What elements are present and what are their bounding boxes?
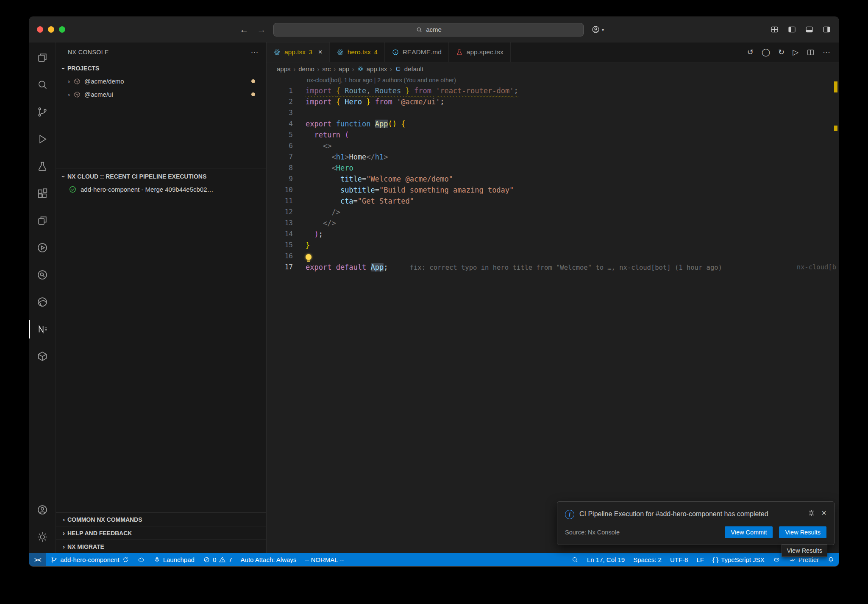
quick-fix-lightbulb-icon[interactable] [306, 254, 312, 260]
line-number[interactable]: 13 [267, 218, 293, 229]
view-commit-button[interactable]: View Commit [725, 526, 773, 538]
close-icon[interactable]: × [821, 509, 826, 517]
explorer-icon[interactable] [29, 44, 56, 71]
breadcrumb-item[interactable]: default [404, 65, 423, 73]
testing-icon[interactable] [29, 153, 56, 180]
line-number[interactable]: 1 [267, 85, 293, 96]
code-line[interactable]: 6 <> [267, 140, 839, 151]
line-number[interactable]: 11 [267, 196, 293, 207]
run-debug-icon[interactable] [29, 126, 56, 153]
line-number[interactable]: 12 [267, 207, 293, 218]
minimize-window-button[interactable] [48, 26, 54, 33]
blame-annotation[interactable]: nx-cloud[bot], 1 hour ago | 2 authors (Y… [307, 76, 839, 85]
tab-app-spec-tsx[interactable]: app.spec.tsx [449, 42, 511, 62]
line-number[interactable]: 6 [267, 140, 293, 151]
code-line[interactable]: 8 <Hero [267, 162, 839, 173]
back-icon[interactable]: ← [239, 25, 248, 35]
settings-gear-icon[interactable] [29, 523, 56, 551]
problems-status[interactable]: 0 7 [199, 553, 236, 566]
run-file-icon[interactable]: ▷ [793, 48, 798, 57]
more-actions-icon[interactable]: ⋯ [251, 48, 259, 57]
help-and-feedback-section[interactable]: › HELP AND FEEDBACK [56, 526, 266, 540]
code-line[interactable]: 7 <h1>Home</h1> [267, 151, 839, 162]
code-line[interactable]: 9 title="Welcome @acme/demo" [267, 173, 839, 185]
breadcrumb-item[interactable]: demo [298, 65, 314, 73]
breakpoint-icon[interactable]: ◯ [762, 48, 770, 57]
project-item-acme-demo[interactable]: › @acme/demo [56, 75, 266, 88]
notification-settings-gear-icon[interactable] [807, 509, 815, 517]
toggle-panel-icon[interactable] [805, 25, 814, 34]
breadcrumb-item[interactable]: app.tsx [367, 65, 387, 73]
edge-browser-icon[interactable] [29, 288, 56, 316]
code-line[interactable]: 15} [267, 240, 839, 251]
line-number[interactable]: 16 [267, 251, 293, 262]
pipeline-execution-item[interactable]: add-hero-component - Merge 409b44e5cb02… [56, 183, 266, 196]
close-icon[interactable]: × [318, 48, 323, 56]
project-item-acme-ui[interactable]: › @acme/ui [56, 88, 266, 101]
git-branch-status[interactable]: add-hero-component [46, 553, 133, 566]
common-nx-commands-section[interactable]: › COMMON NX COMMANDS [56, 512, 266, 526]
code-line[interactable]: 16 [267, 251, 839, 262]
screencast-zoom-status[interactable] [567, 553, 583, 566]
auto-attach-status[interactable]: Auto Attach: Always [236, 553, 301, 566]
containers-icon[interactable] [29, 343, 56, 370]
source-control-icon[interactable] [29, 98, 56, 126]
run-circle-icon[interactable] [29, 234, 56, 261]
discard-changes-icon[interactable]: ↺ [747, 48, 754, 57]
profile-menu[interactable]: ▾ [591, 25, 604, 34]
code-line[interactable]: 4export function App() { [267, 118, 839, 129]
search-view-icon[interactable] [29, 71, 56, 98]
toggle-primary-sidebar-icon[interactable] [787, 25, 796, 34]
more-actions-icon[interactable]: ⋯ [823, 48, 830, 57]
view-results-button[interactable]: View Results [779, 526, 826, 538]
split-editor-icon[interactable] [807, 48, 815, 56]
encoding-status[interactable]: UTF-8 [666, 553, 693, 566]
rerun-icon[interactable]: ↻ [778, 48, 785, 57]
maximize-window-button[interactable] [59, 26, 65, 33]
toggle-secondary-sidebar-icon[interactable] [822, 25, 831, 34]
forward-icon[interactable]: → [257, 25, 266, 35]
tab-readme-md[interactable]: README.md [385, 42, 449, 62]
line-number[interactable]: 9 [267, 173, 293, 185]
customize-layout-icon[interactable] [770, 25, 779, 34]
line-number[interactable]: 3 [267, 107, 293, 118]
code-line[interactable]: 13 </> [267, 218, 839, 229]
breadcrumb-item[interactable]: apps [277, 65, 291, 73]
projects-section-header[interactable]: › PROJECTS [56, 62, 266, 75]
line-number[interactable]: 17 [267, 262, 293, 273]
indentation-status[interactable]: Spaces: 2 [629, 553, 666, 566]
close-window-button[interactable] [37, 26, 43, 33]
vim-mode-status[interactable]: -- NORMAL -- [300, 553, 348, 566]
nx-cloud-status[interactable] [134, 553, 149, 566]
nx-migrate-section[interactable]: › NX MIGRATE [56, 540, 266, 553]
remote-indicator[interactable]: >< [29, 553, 46, 566]
code-line[interactable]: 17export default App; fix: correct typo … [267, 262, 839, 273]
accounts-icon[interactable] [29, 496, 56, 523]
cloud-section-header[interactable]: › NX CLOUD :: RECENT CI PIPELINE EXECUTI… [56, 170, 266, 183]
line-number[interactable]: 5 [267, 129, 293, 140]
cursor-position-status[interactable]: Ln 17, Col 19 [583, 553, 629, 566]
line-number[interactable]: 4 [267, 118, 293, 129]
code-line[interactable]: 2import { Hero } from '@acme/ui'; [267, 96, 839, 107]
line-number[interactable]: 14 [267, 229, 293, 240]
language-mode-status[interactable]: { } TypeScript JSX [708, 553, 769, 566]
code-line[interactable]: 1import { Route, Routes } from 'react-ro… [267, 85, 839, 96]
code-line[interactable]: 5 return ( [267, 129, 839, 140]
extensions-icon[interactable] [29, 180, 56, 207]
code-line[interactable]: 11 cta="Get Started" [267, 196, 839, 207]
command-center-search[interactable]: acme [273, 23, 584, 36]
line-number[interactable]: 8 [267, 162, 293, 173]
eol-status[interactable]: LF [692, 553, 708, 566]
breadcrumb-item[interactable]: src [322, 65, 331, 73]
code-line[interactable]: 14 ); [267, 229, 839, 240]
code-search-icon[interactable] [29, 261, 56, 288]
code-line[interactable]: 3 [267, 107, 839, 118]
line-number[interactable]: 15 [267, 240, 293, 251]
code-editor[interactable]: nx-cloud[bot], 1 hour ago | 2 authors (Y… [267, 76, 839, 553]
line-number[interactable]: 7 [267, 151, 293, 162]
line-number[interactable]: 10 [267, 185, 293, 196]
line-number[interactable]: 2 [267, 96, 293, 107]
nx-console-icon[interactable] [29, 316, 56, 343]
code-line[interactable]: 10 subtitle="Build something amazing tod… [267, 185, 839, 196]
remote-explorer-icon[interactable] [29, 207, 56, 234]
